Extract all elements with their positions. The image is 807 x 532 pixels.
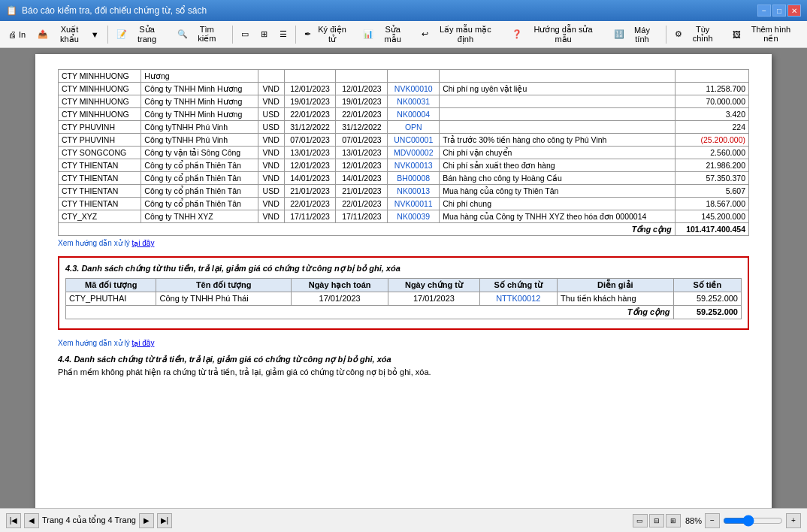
total-row: Tổng cộng 101.417.400.454 [59,223,749,236]
default-template-icon: ↩ [422,29,428,39]
add-bg-button[interactable]: 🖼 Thêm hình nền [727,23,804,46]
box-view-button[interactable]: ▭ [236,27,254,41]
status-right: ▭ ⊟ ⊞ 88% − + [633,513,801,528]
list-icon: ☰ [280,29,287,39]
hint2-link[interactable]: tại đây [131,339,154,347]
table-row: CTY MINHHUONG Công ty TNHH Minh Hương VN… [59,95,749,108]
zoom-area: 88% − + [685,513,801,528]
window-title: Báo cáo kiểm tra, đối chiếu chứng từ, sổ… [22,5,207,16]
prev-page-button[interactable]: ◀ [24,513,39,528]
separator4 [666,26,666,44]
export-button[interactable]: 📤 Xuất khẩu ▼ [32,23,104,47]
export-icon: 📤 [38,29,48,39]
title-bar-controls: − □ ✕ [757,5,801,17]
section-43-table: Mã đối tượng Tên đối tượng Ngày hạch toá… [65,278,742,319]
minimize-button[interactable]: − [757,5,771,17]
dropdown-arrow-icon: ▼ [91,30,99,39]
title-bar-left: 📋 Báo cáo kiểm tra, đối chiếu chứng từ, … [6,5,207,16]
search-icon: 🔍 [177,29,188,39]
main-area: CTY MINHHUONG Hương CTY MINHHUONG Công t… [0,48,807,508]
close-button[interactable]: ✕ [787,5,801,17]
print-icon: 🖨 [8,30,17,39]
table-header-row: Mã đối tượng Tên đối tượng Ngày hạch toá… [66,279,742,292]
maximize-button[interactable]: □ [772,5,786,17]
section-43-title: 4.3. Danh sách chứng từ thu tiền, trả lạ… [65,264,742,274]
print-button[interactable]: 🖨 In [3,28,31,41]
default-template-button[interactable]: ↩ Lấy mẫu mặc định [416,23,505,47]
help-edit-button[interactable]: ❓ Hướng dẫn sửa mẫu [506,23,606,47]
calculator-icon: 🔢 [614,29,624,39]
hint1-link[interactable]: tại đây [131,239,154,247]
first-page-button[interactable]: |◀ [6,513,21,528]
sign-icon: ✒ [304,29,311,39]
top-table: CTY MINHHUONG Hương CTY MINHHUONG Công t… [58,69,749,236]
title-bar: 📋 Báo cáo kiểm tra, đối chiếu chứng từ, … [0,0,807,21]
table-row: CTY THIENTAN Công ty cổ phần Thiên Tân V… [59,172,749,185]
table-row: CTY PHUVINH Công tyTNHH Phú Vinh USD 31/… [59,121,749,134]
table-row: CTY MINHHUONG Công ty TNHH Minh Hương VN… [59,83,749,95]
table-row: CTY PHUVINH Công tyTNHH Phú Vinh VND 07/… [59,134,749,147]
grid-page-view-button[interactable]: ⊞ [666,514,681,527]
table-row: CTY MINHHUONG Hương [59,70,749,83]
next-page-button[interactable]: ▶ [139,513,154,528]
edit-template-button[interactable]: 📊 Sửa mẫu [358,23,415,47]
box-icon: ▭ [241,29,249,39]
double-page-view-button[interactable]: ⊟ [649,514,664,527]
table-row: CTY THIENTAN Công ty cổ phần Thiên Tân V… [59,159,749,172]
sign-button[interactable]: ✒ Ký điện tử [299,23,356,47]
hint2: Xem hướng dẫn xử lý tại đây [58,339,749,347]
table-row: CTY_XYZ Công ty TNHH XYZ VND 17/11/2023 … [59,210,749,223]
grid-icon: ⊞ [261,29,267,39]
search-button[interactable]: 🔍 Tìm kiếm [172,23,230,46]
table-row: CTY MINHHUONG Công ty TNHH Minh Hương US… [59,108,749,121]
view-buttons: ▭ ⊟ ⊞ [633,514,681,527]
add-bg-icon: 🖼 [733,30,741,39]
status-bar: |◀ ◀ Trang 4 của tổng 4 Trang ▶ ▶| ▭ ⊟ ⊞… [0,508,807,532]
edit-page-icon: 📝 [116,29,127,39]
toolbar: 🖨 In 📤 Xuất khẩu ▼ 📝 Sửa trang 🔍 Tìm kiế… [0,21,807,48]
table-row: CTY SONGCONG Công ty vận tải Sông Công V… [59,147,749,159]
help-icon: ❓ [512,29,522,39]
customize-icon: ⚙ [675,29,682,39]
calculator-button[interactable]: 🔢 Máy tính [609,23,663,46]
zoom-slider[interactable] [723,515,783,527]
table-row: CTY THIENTAN Công ty cổ phần Thiên Tân U… [59,185,749,198]
last-page-button[interactable]: ▶| [157,513,172,528]
grid-view-button[interactable]: ⊞ [255,27,273,41]
hint1: Xem hướng dẫn xử lý tại đây [58,239,749,247]
zoom-out-button[interactable]: − [705,513,720,528]
separator3 [295,26,296,44]
customize-button[interactable]: ⚙ Tùy chỉnh [669,23,726,46]
section-43-total-row: Tổng cộng 59.252.000 [66,306,742,319]
table-row: CTY THIENTAN Công ty cổ phần Thiên Tân V… [59,198,749,210]
page-navigation: |◀ ◀ Trang 4 của tổng 4 Trang ▶ ▶| [6,513,172,528]
table-row: CTY_PHUTHAI Công ty TNHH Phú Thái 17/01/… [66,292,742,306]
section-44-text: Phần mềm không phát hiện ra chứng từ trả… [58,367,749,377]
zoom-in-button[interactable]: + [786,513,801,528]
page-info: Trang 4 của tổng 4 Trang [42,515,136,525]
list-view-button[interactable]: ☰ [274,27,292,41]
edit-page-button[interactable]: 📝 Sửa trang [111,23,171,46]
document-page: CTY MINHHUONG Hương CTY MINHHUONG Công t… [35,54,772,508]
zoom-level: 88% [685,516,702,525]
separator [107,26,108,44]
window-icon: 📋 [6,5,17,16]
section-43-box: 4.3. Danh sách chứng từ thu tiền, trả lạ… [58,256,749,330]
single-page-view-button[interactable]: ▭ [633,514,648,527]
edit-template-icon: 📊 [363,29,373,39]
separator2 [232,26,233,44]
section-44-title: 4.4. Danh sách chứng từ trả tiền, trả lạ… [58,355,749,364]
